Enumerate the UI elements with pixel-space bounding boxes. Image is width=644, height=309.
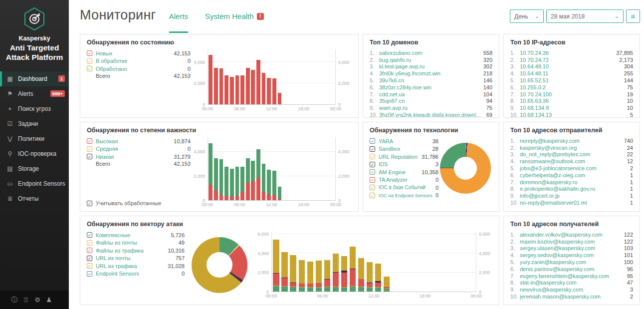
item-link[interactable]: 10.65.63.36 — [520, 98, 549, 104]
sidebar-item-policies[interactable]: ⋁ Политики — [0, 131, 69, 146]
settings-icon[interactable]: ⚙ — [34, 296, 41, 304]
item-link[interactable]: do_not_reply@prebytes.com — [520, 151, 590, 157]
date-select[interactable]: 28 мая 2018 ⌄ — [546, 9, 624, 23]
panel-detections-by-status: Обнаружения по состоянию ✓ Новых 42,153 … — [80, 34, 359, 118]
sidebar-item-storage[interactable]: ▤ Storage — [0, 161, 69, 176]
checkbox-high[interactable]: ✓ — [87, 138, 92, 144]
tab-system-health[interactable]: System Health ! — [205, 0, 264, 33]
item-link[interactable]: ransomware@outlook.com — [520, 158, 585, 164]
item-link[interactable]: alexander.volkov@kaspersky.com — [520, 232, 603, 238]
checkbox-ioc-events[interactable]: ✓ — [370, 185, 375, 190]
rank: 5. — [510, 165, 520, 171]
panel-top-recipients: Топ 10 адресов получателей 1. alexander.… — [503, 216, 640, 305]
checkbox-ta-analyzer[interactable]: ✓ — [370, 177, 375, 183]
tab-alerts[interactable]: Alerts — [169, 0, 188, 33]
checkbox-in-progress[interactable]: ✓ — [87, 58, 92, 64]
legend-value: 31,279 — [174, 154, 191, 160]
item-link[interactable]: 10.70.24.72 — [520, 57, 549, 63]
sidebar-item-reports[interactable]: ≣ Отчеты — [0, 191, 69, 206]
checkbox-traffic-urls[interactable]: ✓ — [87, 263, 92, 269]
item-link[interactable]: newvirus@kaspersky.com — [520, 287, 583, 293]
checkbox-sandbox[interactable]: ✓ — [370, 146, 375, 152]
item-link[interactable]: kaspersky@virscan.org — [520, 145, 577, 151]
rank: 7. — [510, 91, 520, 97]
checkbox-mail-files[interactable]: ✓ — [87, 240, 92, 246]
checkbox-medium[interactable]: ✓ — [87, 146, 92, 152]
checkbox-traffic-files[interactable]: ✓ — [87, 248, 92, 253]
sidebar-item-tasks[interactable]: ☑ Задачи — [0, 116, 69, 131]
item-link[interactable]: wam.avp.ru — [379, 105, 408, 111]
legend-total: Всего 42,153 — [87, 161, 191, 169]
item-link[interactable]: evgeny.berenshtein@kaspersky.com — [520, 273, 609, 279]
item-link[interactable]: e.prokopenko@sakhalin.gov.ru — [520, 186, 595, 192]
item-link[interactable]: yury.zanin@kaspersky.com — [520, 259, 586, 265]
checkbox-ids[interactable]: ✓ — [370, 162, 375, 167]
include-processed-checkbox[interactable]: ✓ — [87, 201, 92, 206]
checkbox-ioc-endpoint[interactable]: ✓ — [370, 193, 375, 198]
item-link[interactable]: bug.qainfo.ru — [379, 57, 411, 63]
item-link[interactable]: 10.68.134.9 — [520, 105, 549, 111]
item-link[interactable]: jobs@e3-joblocatorservice.com — [520, 165, 597, 171]
tasks-icon: ☑ — [6, 120, 14, 127]
item-link[interactable]: 10.255.0.2 — [520, 84, 546, 90]
item-link[interactable]: info@jpcert.or.jp — [520, 193, 560, 199]
item-link[interactable]: no-reply@emailserver01.ml — [520, 200, 587, 206]
item-count: 122 — [621, 239, 633, 245]
legend-item: ✓ Высокая 10,874 — [87, 137, 191, 145]
sidebar-item-label: Задачи — [18, 120, 38, 127]
item-link[interactable]: dommon@kaspersky.ro — [520, 179, 578, 185]
checkbox-am-engine[interactable]: ✓ — [370, 169, 375, 175]
item-link[interactable]: 3fnl0k.y6eug.lhcomzt.win — [379, 70, 440, 76]
item-count: 94 — [483, 98, 492, 104]
sidebar-item-threat-hunting[interactable]: ⌖ Поиск угроз — [0, 101, 69, 116]
flag-icon: ⚑ — [6, 90, 14, 97]
sidebar-item-endpoint-sensors[interactable]: ▭ Endpoint Sensors — [0, 176, 69, 191]
item-link[interactable]: sergey.ulasen@kaspersky.com — [520, 245, 595, 251]
item-link[interactable]: 10.70.24.100 — [520, 91, 552, 97]
checkbox-processed[interactable]: ✓ — [87, 66, 92, 71]
checkbox-yara[interactable]: ✓ — [370, 138, 375, 144]
item-link[interactable]: 35qn87.cn — [379, 98, 405, 104]
item-link[interactable]: 39v7k6.cn — [379, 77, 404, 83]
checkbox-new[interactable]: ✓ — [87, 50, 92, 56]
item-link[interactable]: jeremiah.mason@kaspersky.com — [520, 294, 601, 300]
info-icon[interactable]: ⓘ — [11, 296, 18, 305]
item-link[interactable]: 10.65.52.51 — [520, 77, 549, 83]
item-link[interactable]: 3hz0if.yra2nk.kiwaub.diafa.koaxo.downloa… — [379, 112, 483, 118]
item-link[interactable]: stat-in@kaspersky.com — [520, 280, 577, 286]
item-link[interactable]: noreply@kaspersky.com — [520, 138, 580, 144]
checkbox-url-reputation[interactable]: ✓ — [370, 154, 375, 159]
sidebar-item-ioc-scan[interactable]: ⚲ IOC-проверка — [0, 146, 69, 161]
item-link[interactable]: 10.68.134.13 — [520, 112, 552, 118]
sidebar-item-alerts[interactable]: ⚑ Alerts 999+ — [0, 86, 69, 101]
item-link[interactable]: saborzuliano.com — [379, 50, 422, 56]
help-icon[interactable]: ⍰ — [22, 296, 29, 304]
item-link[interactable]: kl-test-page.avp.ru — [379, 63, 425, 69]
checkbox-low[interactable]: ✓ — [87, 154, 92, 159]
item-link[interactable]: denis.parinov@kaspersky.com — [520, 266, 594, 272]
menu-button[interactable]: ≡ — [626, 9, 640, 23]
item-count: 1 — [627, 179, 633, 185]
checkbox-complex[interactable]: ✓ — [87, 232, 92, 238]
rank: 5. — [510, 259, 520, 265]
rank: 8. — [510, 280, 520, 286]
threat-hunting-icon: ⌖ — [6, 105, 14, 112]
list-item: 5. yury.zanin@kaspersky.com 100 — [510, 259, 633, 266]
period-select[interactable]: День ⌄ — [510, 9, 544, 23]
item-link[interactable]: 38z0zr.c284y.rioe.win — [379, 84, 431, 90]
item-link[interactable]: 10.70.24.36 — [520, 50, 549, 56]
chevron-down-icon: ⌄ — [531, 13, 539, 19]
item-link[interactable]: cyberhelperla@z-oleg.com — [520, 172, 585, 178]
item-link[interactable]: 10.64.48.10 — [520, 63, 549, 69]
item-link[interactable]: 10.64.48.11 — [520, 70, 548, 76]
date-select-value: 28 мая 2018 — [551, 13, 585, 20]
user-icon[interactable]: ♟ — [45, 296, 52, 304]
item-link[interactable]: sergey.sedov@kaspersky.com — [520, 252, 594, 258]
sidebar-item-dashboard[interactable]: ▦ Dashboard 1 — [0, 71, 69, 86]
item-link[interactable]: maxim.kozlov@kaspersky.com — [520, 239, 595, 245]
checkbox-endpoint-sensors[interactable]: ✓ — [87, 271, 92, 277]
checkbox-mail-urls[interactable]: ✓ — [87, 256, 92, 261]
item-link[interactable]: cdd.net.ua — [379, 91, 405, 97]
item-count: 1 — [627, 193, 633, 199]
panel-title: Топ 10 доменов — [370, 39, 492, 46]
